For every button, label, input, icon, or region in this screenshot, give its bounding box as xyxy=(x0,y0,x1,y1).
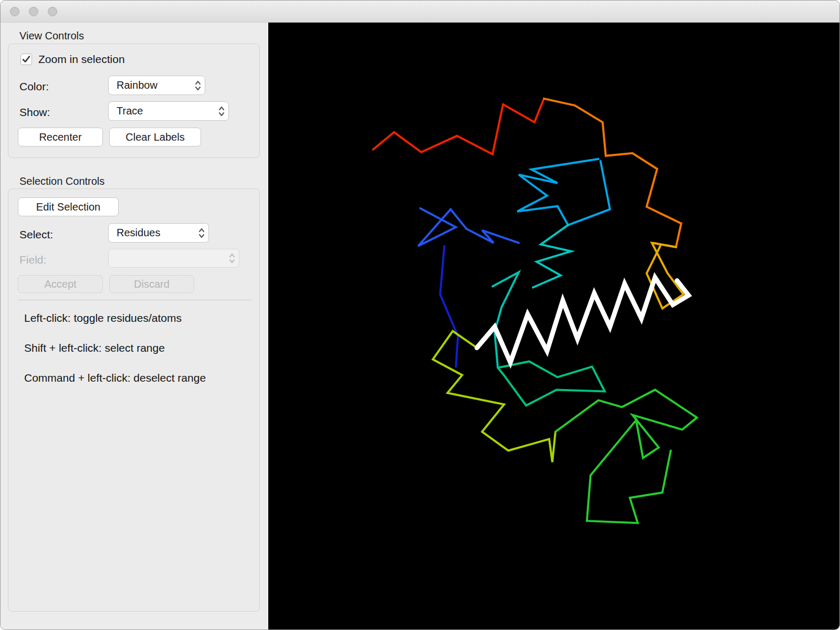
molecule-viewport[interactable] xyxy=(268,23,839,630)
show-label: Show: xyxy=(19,106,50,119)
chevron-up-down-icon xyxy=(228,251,236,265)
field-label: Field: xyxy=(19,254,46,266)
trace-segment-white-selection[interactable] xyxy=(477,278,688,363)
trace-segment-gold[interactable] xyxy=(647,243,684,309)
trace-segment-teal-mid[interactable] xyxy=(533,225,571,288)
accept-button: Accept xyxy=(18,275,103,293)
trace-segment-orange[interactable] xyxy=(544,99,681,247)
help-line-left-click: Left-click: toggle residues/atoms xyxy=(24,312,182,324)
show-dropdown[interactable]: Trace xyxy=(108,101,229,121)
view-controls-title: View Controls xyxy=(19,30,84,42)
selection-controls-title: Selection Controls xyxy=(19,175,104,187)
edit-selection-button[interactable]: Edit Selection xyxy=(18,197,119,216)
chevron-up-down-icon xyxy=(194,79,202,92)
trace-segment-green-nterm[interactable] xyxy=(555,390,697,523)
protein-trace-rendering xyxy=(268,23,839,630)
select-label: Select: xyxy=(19,228,53,241)
color-label: Color: xyxy=(19,80,49,93)
app-window: View Controls Zoom in selection Color: R… xyxy=(0,0,840,630)
window-content: View Controls Zoom in selection Color: R… xyxy=(1,23,839,630)
trace-segment-navy-descent[interactable] xyxy=(440,246,458,367)
field-dropdown xyxy=(108,249,239,268)
trace-segment-blue-knot[interactable] xyxy=(418,208,519,246)
help-line-shift-click: Shift + left-click: select range xyxy=(24,342,165,354)
select-dropdown-value: Residues xyxy=(117,227,160,239)
sidebar: View Controls Zoom in selection Color: R… xyxy=(1,23,268,630)
zoom-in-selection-label[interactable]: Zoom in selection xyxy=(38,53,125,66)
help-line-command-click: Command + left-click: deselect range xyxy=(24,372,206,384)
zoom-in-selection-checkbox[interactable] xyxy=(20,54,32,65)
titlebar[interactable] xyxy=(1,1,839,23)
minimize-button[interactable] xyxy=(29,7,38,16)
window-controls xyxy=(10,7,57,16)
discard-button: Discard xyxy=(109,275,194,293)
chevron-up-down-icon xyxy=(217,104,226,118)
trace-segment-red-cterm[interactable] xyxy=(373,99,544,154)
show-dropdown-value: Trace xyxy=(117,105,143,117)
close-button[interactable] xyxy=(10,7,19,16)
trace-segment-cyan-loop[interactable] xyxy=(517,159,610,225)
trace-segment-teal-green-cross[interactable] xyxy=(498,361,605,405)
color-dropdown-value: Rainbow xyxy=(117,79,158,91)
select-dropdown[interactable]: Residues xyxy=(108,223,209,243)
divider xyxy=(18,300,251,300)
checkmark-icon xyxy=(21,54,32,65)
color-dropdown[interactable]: Rainbow xyxy=(108,76,205,95)
trace-segment-yellow-green[interactable] xyxy=(433,331,555,462)
zoom-window-button[interactable] xyxy=(48,7,57,16)
clear-labels-button[interactable]: Clear Labels xyxy=(109,128,201,146)
chevron-up-down-icon xyxy=(197,226,206,240)
recenter-button[interactable]: Recenter xyxy=(18,128,103,146)
